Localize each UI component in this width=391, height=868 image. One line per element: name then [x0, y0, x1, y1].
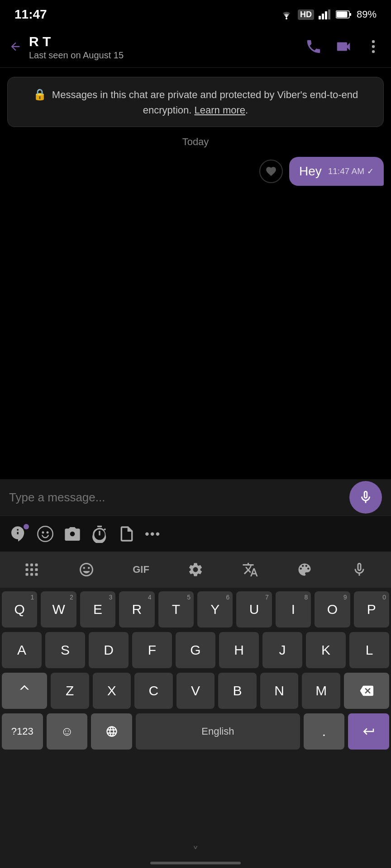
key-u[interactable]: U7 — [236, 591, 272, 627]
key-w[interactable]: W2 — [41, 591, 76, 627]
timer-button[interactable] — [91, 525, 109, 543]
key-k[interactable]: K — [306, 632, 346, 668]
key-i[interactable]: I8 — [276, 591, 311, 627]
key-l[interactable]: L — [349, 632, 389, 668]
key-x[interactable]: X — [93, 673, 131, 709]
key-t[interactable]: T5 — [158, 591, 194, 627]
home-bar — [150, 862, 241, 864]
globe-key[interactable] — [91, 713, 132, 750]
like-button[interactable] — [259, 160, 283, 183]
contact-status: Last seen on August 15 — [29, 50, 305, 61]
message-input[interactable] — [9, 491, 342, 505]
key-f[interactable]: F — [132, 632, 172, 668]
key-g[interactable]: G — [176, 632, 215, 668]
message-row: Hey 11:47 AM ✓ — [7, 157, 384, 186]
battery-icon — [336, 9, 352, 19]
svg-rect-17 — [26, 568, 29, 571]
video-call-button[interactable] — [335, 38, 352, 57]
key-s[interactable]: S — [45, 632, 85, 668]
notes-button[interactable] — [118, 525, 136, 543]
emoji-button[interactable] — [36, 525, 54, 543]
chevron-down[interactable]: ˅ — [192, 844, 199, 859]
keyboard-row-2: A S D F G H J K L — [2, 632, 389, 668]
wifi-icon — [280, 9, 293, 19]
camera-button[interactable] — [63, 525, 81, 543]
symbols-key[interactable]: ?123 — [2, 713, 43, 750]
svg-rect-22 — [35, 573, 38, 576]
key-r[interactable]: R4 — [119, 591, 154, 627]
back-button[interactable] — [9, 40, 22, 55]
chat-area: 🔒 Messages in this chat are private and … — [0, 68, 391, 321]
svg-rect-7 — [349, 13, 351, 16]
more-toolbar-button[interactable]: ••• — [145, 527, 161, 541]
call-button[interactable] — [305, 38, 322, 57]
svg-rect-4 — [328, 9, 330, 19]
emoji-key[interactable]: ☺ — [47, 713, 88, 750]
key-n[interactable]: N — [260, 673, 299, 709]
keyboard-translate-icon[interactable] — [242, 561, 258, 578]
svg-rect-1 — [319, 16, 321, 19]
keyboard-theme-icon[interactable] — [296, 561, 313, 578]
status-time: 11:47 — [14, 7, 47, 22]
key-m[interactable]: M — [302, 673, 340, 709]
keyboard-gif-button[interactable]: GIF — [133, 564, 149, 576]
delete-key[interactable] — [344, 673, 389, 709]
key-y[interactable]: Y6 — [197, 591, 233, 627]
encryption-notice: 🔒 Messages in this chat are private and … — [7, 77, 384, 127]
key-b[interactable]: B — [218, 673, 257, 709]
mic-button[interactable] — [349, 481, 382, 514]
keyboard-top-bar: GIF — [0, 552, 391, 588]
message-meta: 11:47 AM ✓ — [328, 166, 374, 176]
message-time: 11:47 AM — [328, 166, 364, 176]
key-p[interactable]: P0 — [354, 591, 389, 627]
svg-rect-15 — [30, 564, 33, 566]
key-v[interactable]: V — [176, 673, 215, 709]
svg-rect-21 — [30, 573, 33, 576]
enter-key[interactable] — [348, 713, 389, 750]
key-h[interactable]: H — [219, 632, 259, 668]
key-z[interactable]: Z — [51, 673, 89, 709]
learn-more-link[interactable]: Learn more — [195, 104, 246, 116]
svg-point-8 — [372, 40, 375, 42]
period-key[interactable]: . — [304, 713, 345, 750]
key-o[interactable]: O9 — [315, 591, 350, 627]
svg-rect-19 — [35, 568, 38, 571]
header-actions — [305, 38, 382, 57]
date-separator: Today — [7, 136, 384, 148]
key-c[interactable]: C — [134, 673, 173, 709]
keyboard-row-3: Z X C V B N M — [2, 673, 389, 709]
message-checkmark: ✓ — [367, 166, 374, 176]
svg-point-13 — [47, 531, 49, 533]
svg-point-12 — [42, 531, 44, 533]
message-text: Hey — [299, 164, 322, 179]
keyboard-apps-icon[interactable] — [24, 561, 40, 578]
keyboard-emoji-icon[interactable] — [78, 561, 95, 578]
hd-badge: HD — [298, 9, 314, 20]
keyboard-row-1: Q1 W2 E3 R4 T5 Y6 U7 I8 O9 P0 — [2, 591, 389, 627]
key-d[interactable]: D — [89, 632, 129, 668]
more-options-button[interactable] — [365, 38, 382, 57]
chat-toolbar: ••• — [0, 515, 391, 552]
sticker-button[interactable] — [9, 525, 27, 543]
keyboard-rows: Q1 W2 E3 R4 T5 Y6 U7 I8 O9 P0 A S D F G … — [0, 588, 391, 756]
svg-point-10 — [372, 50, 375, 52]
svg-rect-18 — [30, 568, 33, 571]
svg-rect-6 — [336, 12, 347, 18]
svg-point-9 — [372, 45, 375, 47]
key-a[interactable]: A — [2, 632, 42, 668]
keyboard-settings-icon[interactable] — [187, 561, 204, 578]
key-e[interactable]: E3 — [80, 591, 115, 627]
space-key[interactable]: English — [136, 713, 300, 750]
keyboard-voice-icon[interactable] — [351, 561, 367, 578]
keyboard: GIF Q1 W2 E3 R4 T5 — [0, 552, 391, 868]
chat-header: R T Last seen on August 15 — [0, 27, 391, 68]
svg-rect-3 — [325, 11, 327, 19]
key-j[interactable]: J — [262, 632, 302, 668]
shift-key[interactable] — [2, 673, 47, 709]
svg-point-11 — [38, 526, 52, 541]
key-q[interactable]: Q1 — [2, 591, 37, 627]
status-icons: HD 89% — [280, 9, 377, 20]
keyboard-row-4: ?123 ☺ English . — [2, 713, 389, 750]
svg-rect-14 — [26, 564, 29, 566]
svg-rect-2 — [322, 14, 324, 19]
